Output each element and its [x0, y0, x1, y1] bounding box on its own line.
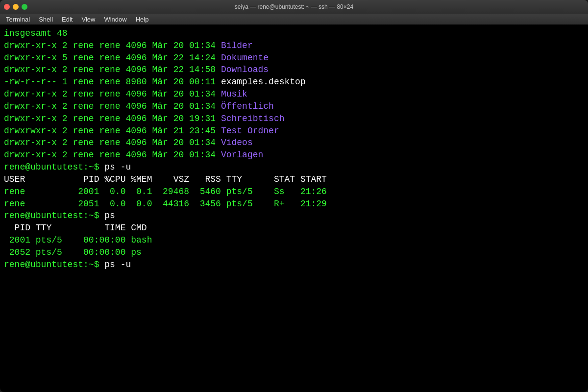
menu-edit[interactable]: Edit — [58, 15, 76, 24]
menu-help[interactable]: Help — [132, 15, 153, 24]
minimize-button[interactable] — [13, 4, 19, 10]
menubar: Terminal Shell Edit View Window Help — [0, 14, 588, 24]
list-item: drwxr-xr-x 2 rene rene 4096 Mär 20 01:34… — [4, 100, 584, 113]
list-item: drwxrwxr-x 2 rene rene 4096 Mär 21 23:45… — [4, 125, 584, 137]
menu-view[interactable]: View — [77, 15, 99, 24]
list-item: drwxr-xr-x 2 rene rene 4096 Mär 22 14:58… — [4, 64, 584, 76]
ps-simple-row-2: 2052 pts/5 00:00:00 ps — [4, 246, 584, 259]
maximize-button[interactable] — [22, 4, 27, 10]
list-item: drwxr-xr-x 2 rene rene 4096 Mär 20 01:34… — [4, 88, 584, 100]
list-item: drwxr-xr-x 2 rene rene 4096 Mär 20 19:31… — [4, 113, 584, 125]
ps-simple-row-1: 2001 pts/5 00:00:00 bash — [4, 234, 584, 246]
menu-window[interactable]: Window — [100, 15, 130, 24]
prompt-line-3: rene@ubuntutest:~$ ps -u — [4, 259, 584, 271]
terminal-window: seiya — rene@ubuntutest: ~ — ssh — 80×24… — [0, 0, 588, 392]
window-title: seiya — rene@ubuntutest: ~ — ssh — 80×24 — [235, 3, 353, 10]
list-item: drwxr-xr-x 5 rene rene 4096 Mär 22 14:24… — [4, 52, 584, 64]
ps-row-2: rene 2051 0.0 0.0 44316 3456 pts/5 R+ 21… — [4, 198, 584, 210]
terminal-body[interactable]: insgesamt 48 drwxr-xr-x 2 rene rene 4096… — [0, 24, 588, 392]
list-item: drwxr-xr-x 2 rene rene 4096 Mär 20 01:34… — [4, 137, 584, 149]
close-button[interactable] — [4, 4, 10, 10]
prompt-line-1: rene@ubuntutest:~$ ps -u — [4, 161, 584, 173]
ps-simple-header: PID TTY TIME CMD — [4, 222, 584, 234]
menu-shell[interactable]: Shell — [35, 15, 57, 24]
line-insgesamt: insgesamt 48 — [4, 27, 584, 40]
menu-terminal[interactable]: Terminal — [2, 15, 34, 24]
list-item: drwxr-xr-x 2 rene rene 4096 Mär 20 01:34… — [4, 40, 584, 52]
prompt-line-2: rene@ubuntutest:~$ ps — [4, 210, 584, 222]
list-item: -rw-r--r-- 1 rene rene 8980 Mär 20 00:11… — [4, 76, 584, 88]
titlebar: seiya — rene@ubuntutest: ~ — ssh — 80×24 — [0, 0, 588, 14]
ps-row-1: rene 2001 0.0 0.1 29468 5460 pts/5 Ss 21… — [4, 186, 584, 198]
ps-header: USER PID %CPU %MEM VSZ RSS TTY STAT STAR… — [4, 173, 584, 186]
traffic-lights — [4, 4, 27, 10]
list-item: drwxr-xr-x 2 rene rene 4096 Mär 20 01:34… — [4, 149, 584, 161]
